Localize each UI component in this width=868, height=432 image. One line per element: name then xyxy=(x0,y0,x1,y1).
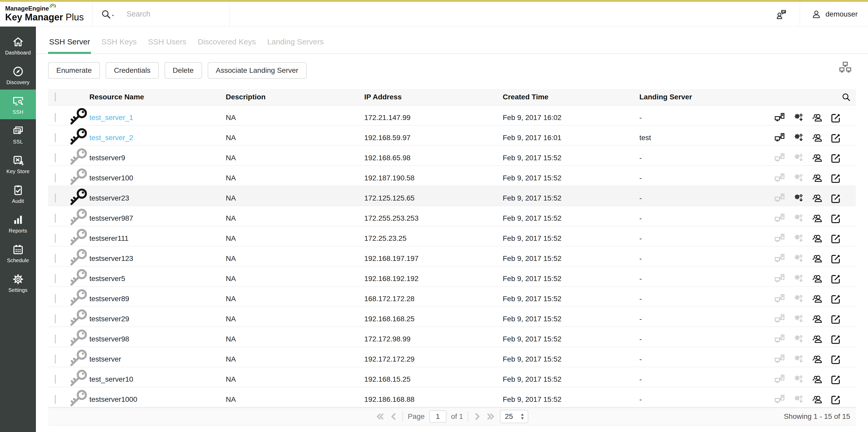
edit-icon[interactable] xyxy=(830,273,841,284)
row-checkbox[interactable] xyxy=(55,234,56,243)
next-page-icon[interactable] xyxy=(473,413,482,421)
connect-server-icon[interactable] xyxy=(774,132,785,143)
sidebar-item-settings[interactable]: Settings xyxy=(0,268,36,297)
associate-landing-server-button[interactable]: Associate Landing Server xyxy=(208,62,307,79)
table-row: test_server_1NA172.21.147.99Feb 9, 2017 … xyxy=(48,105,856,126)
row-checkbox[interactable] xyxy=(55,153,56,162)
edit-icon[interactable] xyxy=(830,354,841,365)
tab-ssh-server[interactable]: SSH Server xyxy=(48,37,91,54)
sidebar-item-dashboard[interactable]: Dashboard xyxy=(0,30,36,60)
select-all-checkbox[interactable] xyxy=(55,92,56,101)
edit-icon[interactable] xyxy=(830,293,841,304)
users-icon[interactable] xyxy=(812,233,823,244)
row-checkbox[interactable] xyxy=(55,214,56,223)
edit-icon[interactable] xyxy=(830,334,841,344)
edit-icon[interactable] xyxy=(830,394,841,405)
row-checkbox[interactable] xyxy=(55,334,56,343)
users-icon[interactable] xyxy=(812,213,823,224)
landing-server-topology-icon[interactable] xyxy=(839,61,851,73)
users-icon[interactable] xyxy=(812,334,823,344)
users-icon[interactable] xyxy=(812,132,823,143)
sidebar-item-ssh[interactable]: SSH xyxy=(0,90,36,119)
row-checkbox[interactable] xyxy=(55,194,56,203)
delete-button[interactable]: Delete xyxy=(164,62,202,79)
edit-icon[interactable] xyxy=(830,233,841,244)
users-icon[interactable] xyxy=(812,173,823,184)
cell-ip-address: 192.168.197.197 xyxy=(364,255,503,263)
cell-landing-server: - xyxy=(640,194,722,202)
row-checkbox[interactable] xyxy=(55,314,56,323)
feedback-button[interactable] xyxy=(763,2,800,26)
enumerate-button[interactable]: Enumerate xyxy=(48,62,100,79)
cell-ip-address: 172.255.253.253 xyxy=(364,214,503,223)
resource-name-label: testserver9 xyxy=(89,154,125,162)
enumerate-keys-icon[interactable] xyxy=(793,112,804,123)
users-icon[interactable] xyxy=(812,253,823,264)
cell-landing-server: - xyxy=(640,214,722,223)
row-checkbox[interactable] xyxy=(55,375,56,384)
user-menu[interactable]: demouser xyxy=(800,2,868,26)
users-icon[interactable] xyxy=(812,153,823,163)
enumerate-keys-icon[interactable] xyxy=(793,193,804,204)
page-size-select[interactable]: 25 xyxy=(500,410,528,423)
first-page-icon[interactable] xyxy=(376,413,384,421)
row-checkbox[interactable] xyxy=(55,113,56,122)
resource-name-link[interactable]: test_server_2 xyxy=(89,134,133,142)
row-checkbox[interactable] xyxy=(55,274,56,283)
row-checkbox[interactable] xyxy=(55,355,56,364)
edit-icon[interactable] xyxy=(830,153,841,163)
sidebar-item-audit[interactable]: Audit xyxy=(0,178,36,208)
feedback-icon[interactable] xyxy=(776,8,787,20)
edit-icon[interactable] xyxy=(830,213,841,224)
edit-icon[interactable] xyxy=(830,112,841,123)
connect-server-icon[interactable] xyxy=(774,112,785,123)
row-checkbox[interactable] xyxy=(55,294,56,303)
users-icon[interactable] xyxy=(812,273,823,284)
row-checkbox[interactable] xyxy=(55,254,56,263)
cell-landing-server: - xyxy=(640,154,722,162)
page-number-input[interactable] xyxy=(429,410,446,423)
last-page-icon[interactable] xyxy=(487,413,495,421)
col-created-time: Created Time xyxy=(503,93,640,101)
search-scope-caret-icon[interactable] xyxy=(111,13,115,18)
users-icon[interactable] xyxy=(812,394,823,405)
resource-name-link[interactable]: test_server_1 xyxy=(89,113,133,122)
sidebar-item-reports[interactable]: Reports xyxy=(0,208,36,238)
edit-icon[interactable] xyxy=(830,132,841,143)
row-checkbox[interactable] xyxy=(55,133,56,142)
global-search[interactable] xyxy=(92,2,229,26)
row-checkbox[interactable] xyxy=(55,173,56,182)
row-checkbox[interactable] xyxy=(55,395,56,404)
users-icon[interactable] xyxy=(812,374,823,385)
edit-icon[interactable] xyxy=(830,173,841,184)
tab-discovered-keys[interactable]: Discovered Keys xyxy=(196,37,257,54)
users-icon[interactable] xyxy=(812,112,823,123)
cell-description: NA xyxy=(226,134,364,142)
enumerate-keys-icon xyxy=(793,233,804,244)
users-icon[interactable] xyxy=(812,293,823,304)
sidebar-item-key-store[interactable]: Key Store xyxy=(0,149,36,178)
tab-landing-servers[interactable]: Landing Servers xyxy=(266,37,325,54)
search-input[interactable] xyxy=(126,9,214,19)
sidebar-item-schedule[interactable]: Schedule xyxy=(0,238,36,268)
users-icon[interactable] xyxy=(812,313,823,324)
table-search-icon[interactable] xyxy=(841,92,851,102)
sidebar-item-discovery[interactable]: Discovery xyxy=(0,60,36,90)
enumerate-keys-icon[interactable] xyxy=(793,132,804,143)
users-icon[interactable] xyxy=(812,193,823,204)
search-icon[interactable] xyxy=(101,9,111,19)
connect-server-icon xyxy=(774,233,785,244)
spinner-icon xyxy=(520,413,525,421)
users-icon[interactable] xyxy=(812,354,823,365)
edit-icon[interactable] xyxy=(830,313,841,324)
edit-icon[interactable] xyxy=(830,253,841,264)
cell-ip-address: 192.168.168.25 xyxy=(364,315,503,323)
edit-icon[interactable] xyxy=(830,193,841,204)
tab-ssh-keys[interactable]: SSH Keys xyxy=(100,37,138,54)
prev-page-icon[interactable] xyxy=(389,413,398,421)
edit-icon[interactable] xyxy=(830,374,841,385)
credentials-button[interactable]: Credentials xyxy=(106,62,159,79)
sidebar-item-ssl[interactable]: SSL xyxy=(0,119,36,149)
tab-ssh-users[interactable]: SSH Users xyxy=(147,37,187,54)
app-header: ManageEngine Key Manager Plus demouser xyxy=(0,2,868,27)
